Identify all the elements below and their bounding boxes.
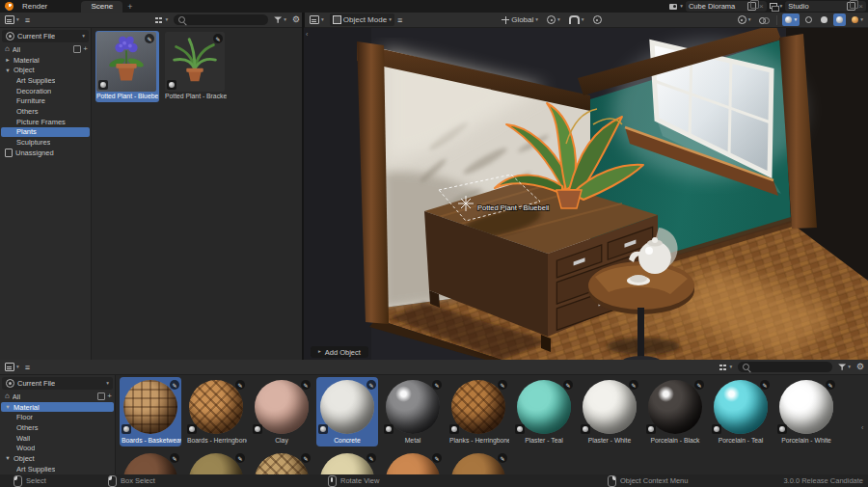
tree-item-floor[interactable]: Floor [1, 412, 114, 422]
display-settings-gear-icon[interactable]: ⚙ [856, 363, 864, 371]
display-settings-gear-icon[interactable]: ⚙ [292, 15, 300, 24]
editor-type-button[interactable]: ▾ [2, 361, 22, 373]
thumbnail-size-button[interactable]: ▾ [152, 14, 171, 26]
menus-collapsed-icon[interactable]: ≡ [25, 363, 29, 372]
xray-toggle[interactable]: ▾ [782, 14, 800, 26]
mode-selector[interactable]: Object Mode ▾ [330, 14, 394, 26]
edit-asset-icon[interactable]: ✎ [760, 380, 770, 390]
blender-logo-icon[interactable] [5, 2, 14, 11]
toolbar-collapse-icon[interactable]: ‹ [306, 31, 308, 38]
edit-asset-icon[interactable]: ✎ [498, 380, 507, 390]
edit-asset-icon[interactable]: ✎ [301, 453, 311, 463]
edit-asset-icon[interactable]: ✎ [301, 380, 311, 390]
add-catalog-icon[interactable]: + [83, 45, 88, 53]
material-tile[interactable]: ✎Porcelain - Teal [710, 377, 772, 446]
edit-asset-icon[interactable]: ✎ [235, 380, 245, 390]
material-tile[interactable]: ✎Concrete [316, 377, 378, 446]
viewport-menus-icon[interactable]: ≡ [397, 15, 401, 25]
edit-asset-icon[interactable]: ✎ [498, 453, 507, 463]
tree-item-wood[interactable]: Wood [1, 443, 114, 453]
proportional-editing-toggle[interactable] [590, 14, 605, 26]
tree-item-art-supplies[interactable]: Art Supplies [1, 75, 90, 86]
show-overlays-button[interactable] [756, 14, 772, 26]
material-tile-partial[interactable]: ✎ [316, 450, 378, 474]
edit-asset-icon[interactable]: ✎ [629, 380, 638, 390]
edit-asset-icon[interactable]: ✎ [366, 453, 376, 463]
thumbnail-size-button[interactable]: ▾ [717, 361, 735, 373]
editor-type-button[interactable]: ▾ [307, 14, 327, 26]
tree-item-all[interactable]: ⌂All+ [1, 44, 90, 55]
material-tile[interactable]: ✎Boards - Herringbone [185, 377, 247, 446]
scene-name-field[interactable]: Cube Diorama × [686, 1, 767, 12]
material-tile[interactable]: ✎Metal [382, 377, 444, 446]
chevron-right-icon[interactable]: ► [5, 57, 11, 63]
material-tile[interactable]: ✎Plaster - Teal [513, 377, 575, 446]
snap-toggle[interactable]: ▾ [566, 14, 587, 26]
tree-item-picture-frames[interactable]: Picture Frames [1, 117, 90, 127]
material-tile[interactable]: ✎Clay [251, 377, 312, 446]
material-tile-partial[interactable]: ✎ [120, 450, 181, 474]
shading-solid-button[interactable] [818, 14, 830, 26]
edit-asset-icon[interactable]: ✎ [145, 34, 154, 43]
tree-item-art-supplies[interactable]: Art Supplies [1, 464, 114, 474]
tree-item-sculptures[interactable]: Sculptures [1, 137, 90, 148]
tree-item-decoration[interactable]: Decoration [1, 86, 90, 96]
sidebar-collapse-icon[interactable]: ‹ [861, 424, 863, 431]
material-tile-partial[interactable]: ✎ [251, 450, 312, 474]
asset-tile[interactable]: ✎Potted Plant - Bluebell [95, 31, 159, 102]
unlink-scene-icon[interactable]: × [759, 3, 764, 11]
tree-item-unassigned[interactable]: Unassigned [1, 148, 90, 158]
material-tile-partial[interactable]: ✎ [185, 450, 247, 474]
edit-asset-icon[interactable]: ✎ [694, 380, 704, 390]
material-tile[interactable]: ✎Boards - Basketweave [120, 377, 181, 446]
workspace-tab-scene[interactable]: Scene [81, 1, 122, 13]
remove-view-layer-icon[interactable]: × [858, 3, 863, 11]
editor-type-button[interactable]: ▾ [2, 14, 22, 26]
add-catalog-icon[interactable]: + [107, 392, 112, 400]
edit-asset-icon[interactable]: ✎ [826, 380, 835, 390]
tree-item-object[interactable]: ▼Object [1, 65, 90, 75]
menu-render[interactable]: Render [17, 0, 54, 13]
asset-search-input[interactable] [738, 362, 832, 372]
asset-tile[interactable]: ✎Potted Plant - Bracken [164, 31, 228, 102]
material-tile[interactable]: ✎Planks - Herringbone [448, 377, 509, 446]
tree-item-object[interactable]: ▼Object [1, 453, 114, 464]
scene-browse-chevron-icon[interactable]: ▾ [680, 4, 683, 10]
new-scene-icon[interactable] [747, 2, 756, 11]
edit-asset-icon[interactable]: ✎ [170, 453, 179, 463]
fern-pot[interactable] [556, 190, 582, 208]
edit-asset-icon[interactable]: ✎ [563, 380, 573, 390]
filter-button[interactable]: ▾ [271, 14, 289, 26]
tree-item-plants[interactable]: Plants [1, 127, 90, 138]
material-tile[interactable]: ✎Porcelain - White [775, 377, 837, 446]
edit-asset-icon[interactable]: ✎ [366, 380, 376, 390]
filter-button[interactable]: ▾ [835, 361, 854, 373]
catalog-icon[interactable] [73, 45, 81, 53]
material-tile[interactable]: ✎Plaster - White [579, 377, 640, 446]
tree-item-furniture[interactable]: Furniture [1, 95, 90, 106]
asset-search-input[interactable] [174, 14, 268, 25]
tree-item-others[interactable]: Others [1, 106, 90, 117]
shading-wireframe-button[interactable] [802, 14, 815, 26]
view-layer-field[interactable]: Studio × [785, 1, 866, 12]
chevron-down-icon[interactable]: ▼ [5, 404, 11, 410]
asset-source-select[interactable]: Current File ▾ [2, 30, 89, 42]
menus-collapsed-icon[interactable]: ≡ [25, 15, 29, 25]
shading-material-button[interactable] [833, 14, 846, 26]
viewport-canvas[interactable]: Potted Plant - Bluebell [304, 28, 868, 360]
chevron-down-icon[interactable]: ▼ [5, 455, 11, 461]
new-view-layer-icon[interactable] [847, 2, 855, 11]
add-workspace-button[interactable]: + [122, 2, 137, 12]
tree-item-material[interactable]: ►Material [1, 55, 90, 66]
tree-item-material[interactable]: ▼Material [1, 402, 114, 413]
shading-rendered-button[interactable]: ▾ [849, 14, 866, 26]
edit-asset-icon[interactable]: ✎ [432, 380, 442, 390]
edit-asset-icon[interactable]: ✎ [213, 34, 223, 43]
material-tile-partial[interactable]: ✎ [448, 450, 509, 474]
chevron-down-icon[interactable]: ▼ [5, 68, 11, 73]
material-tile-partial[interactable]: ✎ [382, 450, 444, 474]
show-gizmo-button[interactable]: ▾ [735, 14, 754, 26]
tree-item-all[interactable]: ⌂All+ [1, 392, 114, 402]
tree-item-others[interactable]: Others [1, 422, 114, 433]
material-tile[interactable]: ✎Porcelain - Black [644, 377, 706, 446]
